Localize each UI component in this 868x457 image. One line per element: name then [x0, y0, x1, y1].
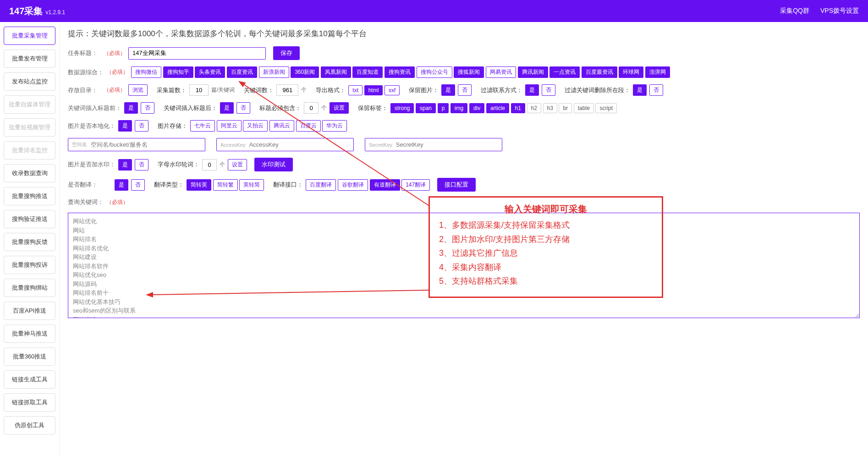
tag-option[interactable]: 网易资讯 [486, 66, 516, 78]
sidebar-item[interactable]: 搜狗验证推送 [4, 210, 55, 228]
insert-before-yes[interactable]: 是 [124, 102, 138, 114]
sidebar-item[interactable]: 批量搜狗绑站 [4, 279, 55, 297]
letter-rotate-set[interactable]: 设置 [228, 159, 247, 171]
tag-option[interactable]: br [559, 103, 572, 113]
filter-contact-yes[interactable]: 是 [525, 84, 539, 96]
tag-option[interactable]: xxf [385, 85, 400, 95]
watermark-no[interactable]: 否 [135, 159, 148, 171]
tag-option[interactable]: 腾讯云 [269, 120, 294, 132]
tag-option[interactable]: 简转繁 [213, 179, 238, 191]
tag-option[interactable]: 新浪新闻 [259, 66, 289, 78]
sidebar-item[interactable]: 收录数据查询 [4, 164, 55, 182]
tag-option[interactable]: 搜狗资讯 [385, 66, 415, 78]
tag-option[interactable]: h1 [511, 103, 525, 113]
sidebar-item[interactable]: 批量搜狗投诉 [4, 256, 55, 274]
hint-text: 提示：关键词数最多1000个，采集数据源多个轮训，每个关键词最多采集10篇每个平… [68, 28, 860, 39]
sidebar-item[interactable]: 批量搜狗反馈 [4, 233, 55, 251]
header-link-vps[interactable]: VPS拨号设置 [820, 7, 859, 15]
sidebar-item[interactable]: 链接生成工具 [4, 370, 55, 389]
img-local-yes[interactable]: 是 [118, 120, 132, 132]
insert-after-no[interactable]: 否 [236, 102, 250, 114]
accesskey-field[interactable]: AccessKey [216, 138, 354, 151]
img-local-no[interactable]: 否 [135, 120, 148, 132]
insert-before-no[interactable]: 否 [141, 102, 154, 114]
watermark-yes[interactable]: 是 [118, 159, 132, 171]
tag-option[interactable]: 环球网 [619, 66, 643, 78]
sidebar-item[interactable]: 伪原创工具 [4, 416, 55, 435]
tag-option[interactable]: 谷歌翻译 [338, 179, 368, 191]
translate-no[interactable]: 否 [131, 179, 145, 191]
sidebar-item[interactable]: 批量神马推送 [4, 325, 55, 343]
save-button[interactable]: 保存 [273, 46, 300, 60]
tag-option[interactable]: 又拍云 [243, 120, 268, 132]
keywords-textarea[interactable] [68, 213, 860, 318]
tag-option[interactable]: html [364, 85, 383, 95]
tag-option[interactable]: h2 [527, 103, 541, 113]
tag-option[interactable]: 百度云 [296, 120, 321, 132]
tag-option[interactable]: 搜狗微信 [131, 66, 161, 78]
tag-option[interactable]: 七牛云 [190, 120, 215, 132]
bucket-input[interactable] [91, 141, 201, 148]
keep-image-no[interactable]: 否 [458, 84, 472, 96]
tag-option[interactable]: 搜狗知乎 [163, 66, 193, 78]
tag-option[interactable]: div [469, 103, 484, 113]
title-contain-input[interactable] [304, 102, 319, 114]
secretkey-field[interactable]: SecretKey [365, 138, 502, 151]
api-config-button[interactable]: 接口配置 [437, 178, 476, 192]
tag-option[interactable]: 英转简 [239, 179, 264, 191]
collect-count-input[interactable] [189, 84, 209, 96]
sidebar-item[interactable]: 批量采集管理 [4, 27, 55, 45]
tag-option[interactable]: 一点资讯 [549, 66, 580, 78]
tag-option[interactable]: 腾讯新闻 [518, 66, 548, 78]
filter-kw-del-no[interactable]: 否 [649, 84, 663, 96]
tag-option[interactable]: 凤凰新闻 [321, 66, 351, 78]
tag-option[interactable]: 华为云 [322, 120, 347, 132]
tag-option[interactable]: 简转英 [187, 179, 211, 191]
keep-image-yes[interactable]: 是 [441, 84, 455, 96]
insert-before-label: 关键词插入标题前： [68, 104, 121, 112]
sidebar-item[interactable]: 发布站点监控 [4, 72, 55, 91]
task-title-input[interactable] [128, 47, 266, 60]
sidebar-item[interactable]: 批量搜狗推送 [4, 187, 55, 205]
tag-option[interactable]: strong [390, 103, 414, 113]
tag-option[interactable]: h3 [543, 103, 557, 113]
tag-option[interactable]: 澎湃网 [645, 66, 670, 78]
filter-contact-no[interactable]: 否 [542, 84, 555, 96]
tag-option[interactable]: 147翻译 [401, 179, 430, 191]
secretkey-input[interactable] [396, 141, 498, 148]
tag-option[interactable]: script [595, 103, 617, 113]
tag-option[interactable]: 有道翻译 [370, 179, 400, 191]
title-contain-set[interactable]: 设置 [330, 102, 349, 114]
tag-option[interactable]: 360新闻 [291, 66, 319, 78]
sidebar-item[interactable]: 批量360推送 [4, 347, 55, 366]
insert-after-yes[interactable]: 是 [220, 102, 234, 114]
accesskey-input[interactable] [249, 141, 350, 148]
bucket-field[interactable]: 空间名 [68, 138, 205, 151]
bucket-prefix: 空间名 [72, 141, 87, 148]
tag-option[interactable]: p [438, 103, 449, 113]
browse-button[interactable]: 浏览 [128, 84, 148, 96]
filter-kw-del-yes[interactable]: 是 [633, 84, 647, 96]
tag-option[interactable]: txt [348, 85, 363, 95]
tag-option[interactable]: article [486, 103, 509, 113]
tag-option[interactable]: 百度最资讯 [582, 66, 617, 78]
tag-option[interactable]: 搜狗公众号 [417, 66, 452, 78]
header-link-qq[interactable]: 采集QQ群 [780, 7, 809, 15]
keyword-count-input[interactable] [276, 84, 298, 96]
tag-option[interactable]: 百度资讯 [227, 66, 257, 78]
tag-option[interactable]: 阿里云 [217, 120, 242, 132]
tag-option[interactable]: img [450, 103, 467, 113]
sidebar-item[interactable]: 链接抓取工具 [4, 393, 55, 412]
sidebar-item[interactable]: 批量发布管理 [4, 50, 55, 68]
watermark-test-button[interactable]: 水印测试 [254, 158, 293, 171]
tag-option[interactable]: 搜狐新闻 [454, 66, 484, 78]
tag-option[interactable]: span [416, 103, 436, 113]
tag-option[interactable]: 百度翻译 [306, 179, 336, 191]
tag-option[interactable]: 百度知道 [352, 66, 383, 78]
tag-option[interactable]: 头条资讯 [195, 66, 225, 78]
letter-rotate-input[interactable] [202, 159, 217, 171]
img-local-label: 图片是否本地化： [68, 122, 115, 130]
tag-option[interactable]: table [574, 103, 594, 113]
translate-yes[interactable]: 是 [115, 179, 128, 191]
sidebar-item[interactable]: 百度API推送 [4, 302, 55, 320]
